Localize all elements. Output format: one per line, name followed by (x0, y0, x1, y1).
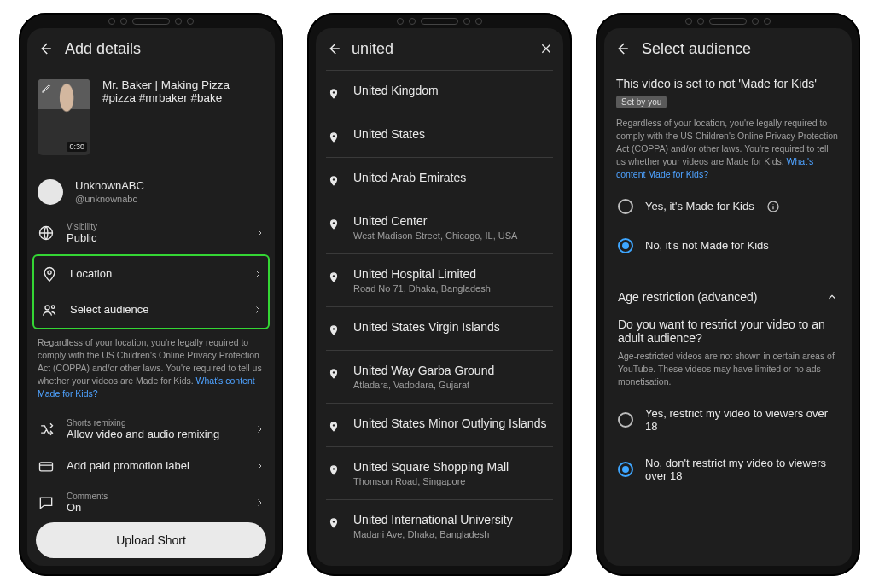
pin-icon (328, 172, 340, 188)
page-title: Add details (65, 40, 141, 58)
comments-icon (38, 494, 55, 511)
pin-icon (328, 322, 340, 337)
pin-icon (328, 269, 340, 284)
avatar (38, 179, 63, 205)
back-icon[interactable] (326, 41, 341, 56)
svg-point-2 (45, 306, 49, 310)
caption-line1: Mr. Baker | Making Pizza (102, 79, 265, 91)
pin-icon (328, 418, 340, 434)
chevron-right-icon (254, 461, 265, 471)
svg-point-3 (52, 306, 55, 308)
paid-promotion-icon (38, 457, 55, 474)
location-name: United States (353, 127, 425, 141)
radio-icon-selected (618, 462, 633, 477)
location-address: Madani Ave, Dhaka, Bangladesh (353, 529, 513, 539)
location-result[interactable]: United States Minor Outlying Islands (316, 404, 563, 446)
legal-disclaimer: Regardless of your location, you're lega… (27, 331, 275, 410)
location-name: United Square Shopping Mall (353, 460, 509, 474)
back-icon[interactable] (614, 41, 630, 56)
location-name: United Way Garba Ground (353, 364, 494, 377)
edit-thumbnail-icon[interactable] (41, 82, 53, 94)
radio-made-for-kids-yes[interactable]: Yes, it's Made for Kids (616, 187, 840, 226)
visibility-row[interactable]: Visibility Public (27, 213, 275, 253)
remix-label: Shorts remixing (67, 418, 242, 428)
pin-icon (328, 129, 340, 144)
upload-short-button[interactable]: Upload Short (36, 522, 266, 558)
visibility-icon (38, 224, 55, 242)
location-name: United International University (353, 513, 513, 527)
location-result[interactable]: United Hospital LimitedRoad No 71, Dhaka… (316, 254, 563, 306)
radio-age-restrict-yes[interactable]: Yes, restrict my video to viewers over 1… (616, 395, 840, 445)
remixing-row[interactable]: Shorts remixing Allow video and audio re… (27, 410, 275, 449)
location-address: Thomson Road, Singapore (353, 476, 509, 486)
clear-search-icon[interactable] (539, 42, 553, 55)
legal-disclaimer: Regardless of your location, you're lega… (616, 108, 840, 187)
chevron-right-icon (253, 305, 263, 315)
location-result[interactable]: United Square Shopping MallThomson Road,… (316, 447, 563, 499)
location-name: United Center (353, 214, 517, 228)
chevron-right-icon (254, 498, 265, 508)
paid-label: Add paid promotion label (67, 459, 242, 472)
location-result[interactable]: United States (316, 114, 563, 157)
location-name: United Kingdom (353, 84, 439, 97)
svg-point-8 (333, 222, 335, 224)
highlighted-section: Location Select audience (32, 254, 270, 329)
comments-value: On (67, 501, 242, 514)
age-restriction-question: Do you want to restrict your video to an… (618, 317, 838, 345)
age-restriction-section[interactable]: Age restriction (advanced) (616, 277, 840, 312)
location-name: United Arab Emirates (353, 171, 466, 184)
paid-promotion-row[interactable]: Add paid promotion label (27, 449, 275, 483)
account-handle: @unknownabc (75, 194, 265, 204)
back-icon[interactable] (38, 41, 53, 56)
account-row: UnknownABC @unknownabc (27, 171, 275, 213)
radio-icon (618, 412, 633, 428)
svg-point-6 (333, 135, 335, 137)
radio-icon-selected (618, 238, 633, 253)
audience-label: Select audience (70, 303, 241, 316)
location-label: Location (70, 267, 241, 280)
svg-point-5 (333, 91, 335, 93)
svg-point-12 (333, 424, 335, 426)
audience-status: This video is set to not 'Made for Kids' (616, 77, 840, 90)
pin-icon (328, 515, 340, 530)
location-result[interactable]: United Arab Emirates (316, 158, 563, 201)
pin-icon (328, 365, 340, 381)
location-result[interactable]: United CenterWest Madison Street, Chicag… (316, 201, 563, 253)
set-by-chip: Set by you (616, 96, 667, 108)
pin-icon (328, 462, 340, 477)
location-name: United States Minor Outlying Islands (353, 416, 546, 430)
remixing-icon (38, 421, 55, 438)
location-result[interactable]: United International UniversityMadani Av… (316, 500, 563, 552)
location-result[interactable]: United Way Garba GroundAtladara, Vadodar… (316, 351, 563, 403)
radio-icon (618, 199, 633, 214)
video-thumbnail[interactable]: 0:30 (38, 79, 90, 155)
video-duration: 0:30 (67, 142, 87, 152)
location-name: United States Virgin Islands (353, 320, 500, 334)
svg-point-10 (333, 328, 335, 329)
comments-row[interactable]: Comments On (27, 483, 275, 522)
caption-area[interactable]: Mr. Baker | Making Pizza #pizza #mrbaker… (102, 79, 265, 104)
svg-point-13 (333, 468, 335, 469)
search-input[interactable]: united (352, 40, 529, 58)
comments-label: Comments (67, 492, 242, 501)
location-row[interactable]: Location (34, 256, 268, 292)
svg-point-1 (48, 271, 51, 274)
pin-icon (328, 216, 340, 231)
location-name: United Hospital Limited (353, 267, 491, 281)
caption-line2: #pizza #mrbaker #bake (102, 91, 265, 104)
radio-age-restrict-no[interactable]: No, don't restrict my video to viewers o… (616, 445, 840, 494)
chevron-right-icon (253, 269, 263, 279)
info-icon[interactable] (766, 200, 780, 213)
visibility-value: Public (67, 231, 242, 244)
location-result[interactable]: United States Virgin Islands (316, 307, 563, 350)
age-restriction-note: Age-restricted videos are not shown in c… (618, 350, 838, 389)
visibility-label: Visibility (67, 222, 242, 231)
page-title: Select audience (642, 40, 751, 58)
chevron-right-icon (254, 228, 265, 238)
location-result[interactable]: United Kingdom (316, 71, 563, 114)
location-address: Road No 71, Dhaka, Bangladesh (353, 283, 491, 294)
chevron-right-icon (254, 424, 265, 434)
radio-made-for-kids-no[interactable]: No, it's not Made for Kids (616, 226, 840, 265)
select-audience-row[interactable]: Select audience (34, 292, 268, 328)
audience-icon (41, 301, 58, 318)
